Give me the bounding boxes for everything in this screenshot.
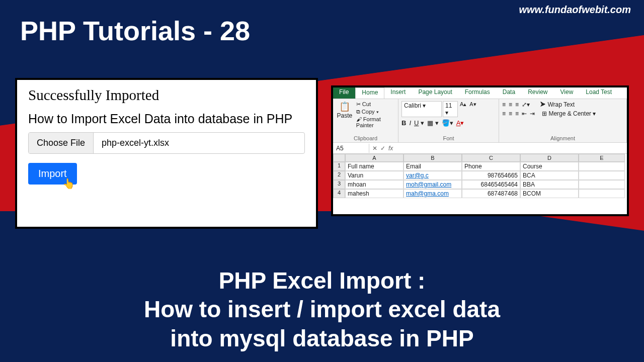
excel-ribbon: 📋 Paste ✂ Cut ⧉ Copy ▾ 🖌 Format Painter … (333, 99, 627, 143)
tab-review[interactable]: Review (522, 87, 554, 99)
cell[interactable]: Phone (462, 162, 520, 171)
import-button[interactable]: Import 👆 (28, 163, 77, 185)
cancel-icon[interactable]: ✕ (372, 145, 377, 152)
ribbon-clipboard-group: 📋 Paste ✂ Cut ⧉ Copy ▾ 🖌 Format Painter … (333, 99, 398, 142)
cell[interactable] (579, 171, 625, 180)
row-header[interactable]: 2 (333, 171, 345, 180)
underline-button[interactable]: U ▾ (414, 119, 424, 127)
row-header[interactable]: 4 (333, 189, 345, 198)
col-header[interactable]: D (520, 154, 579, 162)
row-header[interactable]: 3 (333, 180, 345, 189)
cell[interactable]: BCOM (520, 189, 579, 198)
cell[interactable] (579, 162, 625, 171)
cell[interactable]: mah@gma.com (404, 189, 462, 198)
fx-icon[interactable]: fx (388, 145, 393, 152)
italic-button[interactable]: I (409, 119, 411, 127)
clipboard-group-label: Clipboard (336, 135, 395, 141)
wrap-text-button[interactable]: ⮞ Wrap Text (540, 101, 575, 108)
ribbon-font-group: Calibri ▾ 11 ▾ A▴ A▾ B I U ▾ ▦ ▾ 🪣▾ A▾ F… (398, 99, 499, 142)
grow-font-icon[interactable]: A▴ (459, 101, 467, 117)
form-heading: How to Import Excel Data into database i… (28, 112, 305, 126)
excel-window: File Home Insert Page Layout Formulas Da… (331, 85, 629, 216)
cell[interactable]: Full name (345, 162, 404, 171)
row-header[interactable]: 1 (333, 162, 345, 171)
align-bottom-icon[interactable]: ≡ (515, 101, 519, 108)
tab-formulas[interactable]: Formulas (459, 87, 497, 99)
alignment-group-label: Alignment (502, 135, 623, 141)
file-input-row[interactable]: Choose File php-excel-yt.xlsx (28, 132, 305, 154)
ribbon-alignment-group: ≡ ≡ ≡ ⤢▾ ⮞ Wrap Text ≡ ≡ ≡ ⇤ ⇥ ⊞ Merge &… (499, 99, 627, 142)
paste-label: Paste (337, 112, 353, 119)
paste-button[interactable]: 📋 Paste (336, 101, 353, 128)
formula-bar: A5 ✕ ✓ fx (333, 143, 627, 154)
cell[interactable]: 987654665 (462, 171, 520, 180)
paste-icon: 📋 (336, 101, 353, 112)
tab-load-test[interactable]: Load Test (580, 87, 618, 99)
bold-button[interactable]: B (401, 119, 406, 127)
fill-color-button[interactable]: 🪣▾ (442, 119, 453, 127)
font-color-button[interactable]: A▾ (456, 119, 464, 127)
choose-file-button[interactable]: Choose File (29, 133, 94, 153)
col-header[interactable]: C (462, 154, 520, 162)
tab-insert[interactable]: Insert (384, 87, 412, 99)
font-size-select[interactable]: 11 ▾ (443, 101, 458, 117)
spreadsheet-grid[interactable]: A B C D E 1 Full name Email Phone Course… (333, 154, 627, 198)
php-import-form: Successfully Imported How to Import Exce… (15, 78, 318, 229)
cell[interactable]: BBA (520, 180, 579, 189)
video-caption: PHP Excel Import : How to insert / impor… (0, 266, 644, 353)
tab-home[interactable]: Home (355, 87, 384, 99)
page-title: PHP Tutorials - 28 (20, 15, 250, 46)
indent-increase-icon[interactable]: ⇥ (530, 110, 535, 117)
cell[interactable]: Email (404, 162, 462, 171)
cell[interactable]: Course (520, 162, 579, 171)
merge-center-button[interactable]: ⊞ Merge & Center ▾ (542, 110, 596, 117)
cell[interactable]: BCA (520, 171, 579, 180)
cursor-icon: 👆 (62, 177, 75, 190)
align-top-icon[interactable]: ≡ (502, 101, 506, 108)
tab-view[interactable]: View (554, 87, 580, 99)
tab-page-layout[interactable]: Page Layout (412, 87, 458, 99)
font-name-select[interactable]: Calibri ▾ (401, 101, 442, 117)
col-header[interactable]: E (579, 154, 625, 162)
cell[interactable] (579, 189, 625, 198)
cell[interactable] (579, 180, 625, 189)
site-url: www.fundaofwebit.com (519, 4, 631, 16)
select-all-corner[interactable] (333, 154, 345, 162)
name-box[interactable]: A5 (333, 144, 369, 153)
tab-data[interactable]: Data (497, 87, 522, 99)
cut-button[interactable]: ✂ Cut (356, 101, 395, 108)
border-button[interactable]: ▦ ▾ (427, 119, 439, 127)
accept-icon[interactable]: ✓ (380, 145, 385, 152)
tab-file[interactable]: File (333, 87, 355, 99)
orientation-icon[interactable]: ⤢▾ (522, 101, 530, 108)
cell[interactable]: 687487468 (462, 189, 520, 198)
align-center-icon[interactable]: ≡ (509, 110, 512, 117)
align-left-icon[interactable]: ≡ (502, 110, 506, 117)
copy-button[interactable]: ⧉ Copy ▾ (356, 109, 395, 115)
font-group-label: Font (401, 135, 496, 141)
col-header[interactable]: B (404, 154, 462, 162)
align-middle-icon[interactable]: ≡ (509, 101, 512, 108)
success-message: Successfully Imported (28, 87, 305, 104)
cell[interactable]: moh@gmail.com (404, 180, 462, 189)
col-header[interactable]: A (345, 154, 404, 162)
excel-tabs: File Home Insert Page Layout Formulas Da… (333, 87, 627, 99)
cell[interactable]: var@g.c (404, 171, 462, 180)
format-painter-button[interactable]: 🖌 Format Painter (356, 116, 395, 128)
cell[interactable]: mhoan (345, 180, 404, 189)
cell[interactable]: Varun (345, 171, 404, 180)
cell[interactable]: mahesh (345, 189, 404, 198)
selected-file-name: php-excel-yt.xlsx (94, 133, 304, 153)
indent-decrease-icon[interactable]: ⇤ (522, 110, 527, 117)
cell[interactable]: 68465465464 (462, 180, 520, 189)
align-right-icon[interactable]: ≡ (515, 110, 519, 117)
shrink-font-icon[interactable]: A▾ (468, 101, 477, 117)
